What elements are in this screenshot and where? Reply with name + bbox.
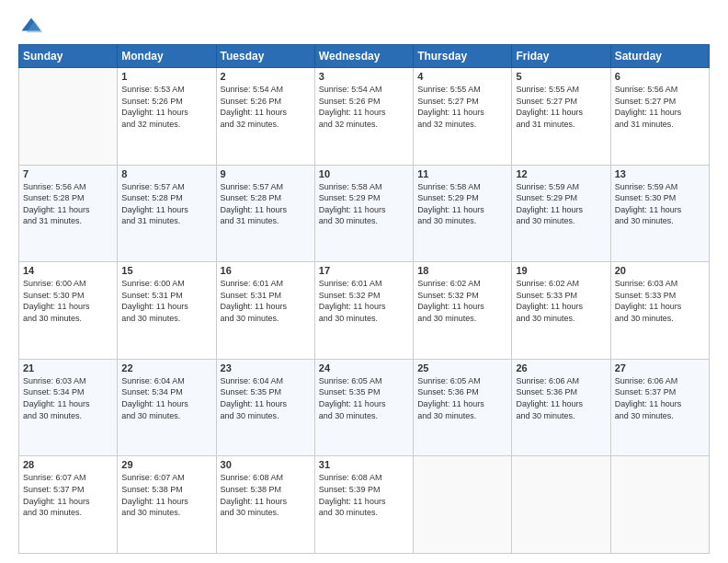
day-number: 9 xyxy=(221,168,311,179)
calendar-cell: 24Sunrise: 6:05 AMSunset: 5:35 PMDayligh… xyxy=(314,359,413,456)
calendar-cell: 9Sunrise: 5:57 AMSunset: 5:28 PMDaylight… xyxy=(216,165,314,262)
day-number: 14 xyxy=(23,265,113,276)
day-number: 2 xyxy=(221,71,311,82)
calendar-cell: 1Sunrise: 5:53 AMSunset: 5:26 PMDaylight… xyxy=(118,68,216,166)
day-number: 7 xyxy=(23,168,113,179)
calendar-cell: 6Sunrise: 5:56 AMSunset: 5:27 PMDaylight… xyxy=(610,68,709,166)
day-number: 10 xyxy=(319,168,409,179)
day-info: Sunrise: 6:03 AMSunset: 5:33 PMDaylight:… xyxy=(615,278,705,324)
day-info: Sunrise: 6:00 AMSunset: 5:30 PMDaylight:… xyxy=(23,278,113,324)
day-info: Sunrise: 6:07 AMSunset: 5:38 PMDaylight:… xyxy=(121,472,211,518)
day-info: Sunrise: 6:00 AMSunset: 5:31 PMDaylight:… xyxy=(121,278,211,324)
day-info: Sunrise: 5:56 AMSunset: 5:27 PMDaylight:… xyxy=(615,84,705,130)
day-info: Sunrise: 5:56 AMSunset: 5:28 PMDaylight:… xyxy=(23,181,113,227)
calendar-cell: 29Sunrise: 6:07 AMSunset: 5:38 PMDayligh… xyxy=(118,456,216,554)
day-number: 26 xyxy=(516,362,606,373)
day-number: 13 xyxy=(615,168,705,179)
calendar-cell xyxy=(19,68,118,166)
calendar-cell: 12Sunrise: 5:59 AMSunset: 5:29 PMDayligh… xyxy=(512,165,610,262)
day-info: Sunrise: 6:03 AMSunset: 5:34 PMDaylight:… xyxy=(23,375,113,421)
col-header-monday: Monday xyxy=(118,45,216,68)
calendar-cell: 27Sunrise: 6:06 AMSunset: 5:37 PMDayligh… xyxy=(610,359,709,456)
day-info: Sunrise: 5:54 AMSunset: 5:26 PMDaylight:… xyxy=(221,84,311,130)
calendar-cell: 15Sunrise: 6:00 AMSunset: 5:31 PMDayligh… xyxy=(118,262,216,360)
calendar-cell: 7Sunrise: 5:56 AMSunset: 5:28 PMDaylight… xyxy=(19,165,118,262)
day-number: 30 xyxy=(221,459,311,470)
day-number: 29 xyxy=(121,459,211,470)
col-header-sunday: Sunday xyxy=(19,45,118,68)
day-info: Sunrise: 6:05 AMSunset: 5:35 PMDaylight:… xyxy=(319,375,409,421)
day-number: 5 xyxy=(516,71,606,82)
calendar-week-row: 14Sunrise: 6:00 AMSunset: 5:30 PMDayligh… xyxy=(19,262,710,360)
calendar-cell: 16Sunrise: 6:01 AMSunset: 5:31 PMDayligh… xyxy=(216,262,314,360)
day-info: Sunrise: 5:59 AMSunset: 5:30 PMDaylight:… xyxy=(615,181,705,227)
day-number: 12 xyxy=(516,168,606,179)
col-header-tuesday: Tuesday xyxy=(216,45,314,68)
calendar-cell: 31Sunrise: 6:08 AMSunset: 5:39 PMDayligh… xyxy=(314,456,413,554)
day-number: 22 xyxy=(121,362,211,373)
col-header-saturday: Saturday xyxy=(610,45,709,68)
calendar-week-row: 7Sunrise: 5:56 AMSunset: 5:28 PMDaylight… xyxy=(19,165,710,262)
day-info: Sunrise: 5:55 AMSunset: 5:27 PMDaylight:… xyxy=(516,84,606,130)
calendar-cell: 23Sunrise: 6:04 AMSunset: 5:35 PMDayligh… xyxy=(216,359,314,456)
calendar-header-row: SundayMondayTuesdayWednesdayThursdayFrid… xyxy=(19,45,710,68)
day-number: 3 xyxy=(319,71,409,82)
day-number: 16 xyxy=(221,265,311,276)
day-number: 11 xyxy=(417,168,507,179)
calendar-cell: 21Sunrise: 6:03 AMSunset: 5:34 PMDayligh… xyxy=(19,359,118,456)
day-info: Sunrise: 6:02 AMSunset: 5:32 PMDaylight:… xyxy=(417,278,507,324)
calendar-cell xyxy=(512,456,610,554)
day-info: Sunrise: 5:58 AMSunset: 5:29 PMDaylight:… xyxy=(319,181,409,227)
logo xyxy=(18,15,48,40)
day-info: Sunrise: 6:02 AMSunset: 5:33 PMDaylight:… xyxy=(516,278,606,324)
calendar-cell: 25Sunrise: 6:05 AMSunset: 5:36 PMDayligh… xyxy=(414,359,512,456)
day-number: 6 xyxy=(615,71,705,82)
day-info: Sunrise: 6:05 AMSunset: 5:36 PMDaylight:… xyxy=(417,375,507,421)
calendar-cell: 10Sunrise: 5:58 AMSunset: 5:29 PMDayligh… xyxy=(314,165,413,262)
day-number: 31 xyxy=(319,459,409,470)
calendar-cell: 26Sunrise: 6:06 AMSunset: 5:36 PMDayligh… xyxy=(512,359,610,456)
day-info: Sunrise: 5:57 AMSunset: 5:28 PMDaylight:… xyxy=(121,181,211,227)
day-number: 24 xyxy=(319,362,409,373)
day-info: Sunrise: 6:01 AMSunset: 5:31 PMDaylight:… xyxy=(221,278,311,324)
day-info: Sunrise: 6:04 AMSunset: 5:35 PMDaylight:… xyxy=(221,375,311,421)
calendar-cell xyxy=(610,456,709,554)
day-info: Sunrise: 6:08 AMSunset: 5:39 PMDaylight:… xyxy=(319,472,409,518)
day-number: 19 xyxy=(516,265,606,276)
day-info: Sunrise: 5:58 AMSunset: 5:29 PMDaylight:… xyxy=(417,181,507,227)
col-header-friday: Friday xyxy=(512,45,610,68)
calendar-cell: 28Sunrise: 6:07 AMSunset: 5:37 PMDayligh… xyxy=(19,456,118,554)
calendar-cell xyxy=(414,456,512,554)
day-info: Sunrise: 5:53 AMSunset: 5:26 PMDaylight:… xyxy=(121,84,211,130)
day-number: 27 xyxy=(615,362,705,373)
calendar-cell: 14Sunrise: 6:00 AMSunset: 5:30 PMDayligh… xyxy=(19,262,118,360)
col-header-thursday: Thursday xyxy=(414,45,512,68)
calendar-cell: 8Sunrise: 5:57 AMSunset: 5:28 PMDaylight… xyxy=(118,165,216,262)
col-header-wednesday: Wednesday xyxy=(314,45,413,68)
day-number: 18 xyxy=(417,265,507,276)
calendar-cell: 22Sunrise: 6:04 AMSunset: 5:34 PMDayligh… xyxy=(118,359,216,456)
day-info: Sunrise: 6:04 AMSunset: 5:34 PMDaylight:… xyxy=(121,375,211,421)
calendar-cell: 2Sunrise: 5:54 AMSunset: 5:26 PMDaylight… xyxy=(216,68,314,166)
day-number: 4 xyxy=(417,71,507,82)
day-info: Sunrise: 6:01 AMSunset: 5:32 PMDaylight:… xyxy=(319,278,409,324)
day-number: 15 xyxy=(121,265,211,276)
header xyxy=(18,15,710,40)
calendar-week-row: 28Sunrise: 6:07 AMSunset: 5:37 PMDayligh… xyxy=(19,456,710,554)
day-number: 21 xyxy=(23,362,113,373)
day-info: Sunrise: 5:59 AMSunset: 5:29 PMDaylight:… xyxy=(516,181,606,227)
day-number: 23 xyxy=(221,362,311,373)
calendar-week-row: 1Sunrise: 5:53 AMSunset: 5:26 PMDaylight… xyxy=(19,68,710,166)
day-info: Sunrise: 6:06 AMSunset: 5:36 PMDaylight:… xyxy=(516,375,606,421)
day-info: Sunrise: 5:55 AMSunset: 5:27 PMDaylight:… xyxy=(417,84,507,130)
calendar: SundayMondayTuesdayWednesdayThursdayFrid… xyxy=(18,44,710,554)
day-number: 8 xyxy=(121,168,211,179)
calendar-cell: 3Sunrise: 5:54 AMSunset: 5:26 PMDaylight… xyxy=(314,68,413,166)
day-info: Sunrise: 6:06 AMSunset: 5:37 PMDaylight:… xyxy=(615,375,705,421)
day-number: 17 xyxy=(319,265,409,276)
calendar-cell: 20Sunrise: 6:03 AMSunset: 5:33 PMDayligh… xyxy=(610,262,709,360)
day-number: 20 xyxy=(615,265,705,276)
calendar-cell: 13Sunrise: 5:59 AMSunset: 5:30 PMDayligh… xyxy=(610,165,709,262)
calendar-cell: 4Sunrise: 5:55 AMSunset: 5:27 PMDaylight… xyxy=(414,68,512,166)
calendar-cell: 17Sunrise: 6:01 AMSunset: 5:32 PMDayligh… xyxy=(314,262,413,360)
